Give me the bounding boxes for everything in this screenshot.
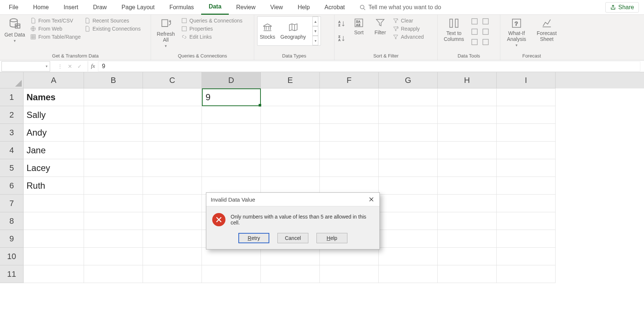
what-if-button[interactable]: ? What-If Analysis ▼ xyxy=(503,16,530,47)
cell-C3[interactable] xyxy=(143,124,202,142)
filter-button[interactable]: Filter xyxy=(371,16,389,35)
cell-E11[interactable] xyxy=(261,265,320,283)
tab-home[interactable]: Home xyxy=(26,0,56,15)
gallery-scroll[interactable]: ▲ ▼ ▾ xyxy=(312,17,318,45)
cell-G1[interactable] xyxy=(379,88,438,106)
recent-sources-button[interactable]: Recent Sources xyxy=(84,18,141,24)
sort-desc-icon[interactable]: ZA xyxy=(337,35,346,43)
select-all-corner[interactable] xyxy=(0,72,24,88)
cell-H9[interactable] xyxy=(438,230,497,248)
row-header-4[interactable]: 4 xyxy=(0,142,24,159)
cell-D5[interactable] xyxy=(202,159,261,177)
cell-G8[interactable] xyxy=(379,212,438,230)
cell-H4[interactable] xyxy=(438,142,497,159)
cell-B4[interactable] xyxy=(84,142,143,159)
col-header-H[interactable]: H xyxy=(438,72,497,88)
cell-G10[interactable] xyxy=(379,248,438,265)
row-header-2[interactable]: 2 xyxy=(0,106,24,124)
text-to-columns-button[interactable]: Text to Columns xyxy=(441,16,467,42)
cell-E2[interactable] xyxy=(261,106,320,124)
cell-C8[interactable] xyxy=(143,212,202,230)
col-header-A[interactable]: A xyxy=(24,72,84,88)
row-header-6[interactable]: 6 xyxy=(0,177,24,195)
share-button[interactable]: Share xyxy=(605,2,639,13)
cell-B3[interactable] xyxy=(84,124,143,142)
cell-F6[interactable] xyxy=(320,177,379,195)
cell-H1[interactable] xyxy=(438,88,497,106)
cell-I2[interactable] xyxy=(497,106,556,124)
data-model-icon[interactable] xyxy=(482,38,489,46)
row-header-11[interactable]: 11 xyxy=(0,265,24,283)
cell-I11[interactable] xyxy=(497,265,556,283)
cell-B1[interactable] xyxy=(84,88,143,106)
cell-H11[interactable] xyxy=(438,265,497,283)
cell-C11[interactable] xyxy=(143,265,202,283)
formula-input[interactable]: 9 xyxy=(98,61,640,71)
col-header-D[interactable]: D xyxy=(202,72,261,88)
tab-help[interactable]: Help xyxy=(290,0,317,15)
tab-draw[interactable]: Draw xyxy=(85,0,114,15)
row-header-7[interactable]: 7 xyxy=(0,195,24,212)
cell-E4[interactable] xyxy=(261,142,320,159)
cell-C1[interactable] xyxy=(143,88,202,106)
tab-file[interactable]: File xyxy=(1,0,26,15)
cell-H6[interactable] xyxy=(438,177,497,195)
cell-I8[interactable] xyxy=(497,212,556,230)
scroll-up-icon[interactable]: ▲ xyxy=(312,17,318,26)
col-header-E[interactable]: E xyxy=(261,72,320,88)
clear-button[interactable]: Clear xyxy=(393,18,424,24)
row-header-8[interactable]: 8 xyxy=(0,212,24,230)
cell-B5[interactable] xyxy=(84,159,143,177)
cell-H3[interactable] xyxy=(438,124,497,142)
cell-I3[interactable] xyxy=(497,124,556,142)
cell-A7[interactable] xyxy=(24,195,84,212)
cancel-button[interactable]: Cancel xyxy=(277,233,308,243)
relationships-icon[interactable] xyxy=(471,38,478,46)
flash-fill-icon[interactable] xyxy=(471,18,478,25)
forecast-sheet-button[interactable]: Forecast Sheet xyxy=(533,16,560,42)
cell-A1[interactable]: Names xyxy=(24,88,84,106)
tab-page-layout[interactable]: Page Layout xyxy=(114,0,162,15)
cell-B11[interactable] xyxy=(84,265,143,283)
cell-G4[interactable] xyxy=(379,142,438,159)
refresh-all-button[interactable]: Refresh All ▼ xyxy=(154,16,178,48)
properties-button[interactable]: Properties xyxy=(181,26,242,32)
cell-A9[interactable] xyxy=(24,230,84,248)
col-header-B[interactable]: B xyxy=(84,72,143,88)
tab-formulas[interactable]: Formulas xyxy=(162,0,202,15)
advanced-button[interactable]: Advanced xyxy=(393,34,424,40)
cell-G7[interactable] xyxy=(379,195,438,212)
col-header-G[interactable]: G xyxy=(379,72,438,88)
from-text-csv-button[interactable]: From Text/CSV xyxy=(30,18,81,24)
consolidate-icon[interactable] xyxy=(482,28,489,35)
edit-links-button[interactable]: Edit Links xyxy=(181,34,242,40)
fx-icon[interactable]: fx xyxy=(88,63,98,69)
get-data-button[interactable]: Get Data ▼ xyxy=(3,16,27,43)
cell-F5[interactable] xyxy=(320,159,379,177)
cell-I7[interactable] xyxy=(497,195,556,212)
cell-C5[interactable] xyxy=(143,159,202,177)
cell-A6[interactable]: Ruth xyxy=(24,177,84,195)
from-table-range-button[interactable]: From Table/Range xyxy=(30,34,81,40)
row-header-9[interactable]: 9 xyxy=(0,230,24,248)
cell-B2[interactable] xyxy=(84,106,143,124)
cell-D6[interactable] xyxy=(202,177,261,195)
cell-H7[interactable] xyxy=(438,195,497,212)
cell-D1[interactable]: 9 xyxy=(202,88,261,106)
cell-F10[interactable] xyxy=(320,248,379,265)
cell-D10[interactable] xyxy=(202,248,261,265)
cell-G2[interactable] xyxy=(379,106,438,124)
tab-insert[interactable]: Insert xyxy=(56,0,85,15)
cell-G5[interactable] xyxy=(379,159,438,177)
queries-connections-button[interactable]: Queries & Connections xyxy=(181,18,242,24)
cell-E3[interactable] xyxy=(261,124,320,142)
cell-D11[interactable] xyxy=(202,265,261,283)
close-button[interactable] xyxy=(368,196,375,203)
col-header-F[interactable]: F xyxy=(320,72,379,88)
cell-B10[interactable] xyxy=(84,248,143,265)
cell-C4[interactable] xyxy=(143,142,202,159)
data-validation-icon[interactable] xyxy=(471,28,478,35)
sort-asc-icon[interactable]: AZ xyxy=(337,20,346,28)
cell-H5[interactable] xyxy=(438,159,497,177)
cell-F4[interactable] xyxy=(320,142,379,159)
